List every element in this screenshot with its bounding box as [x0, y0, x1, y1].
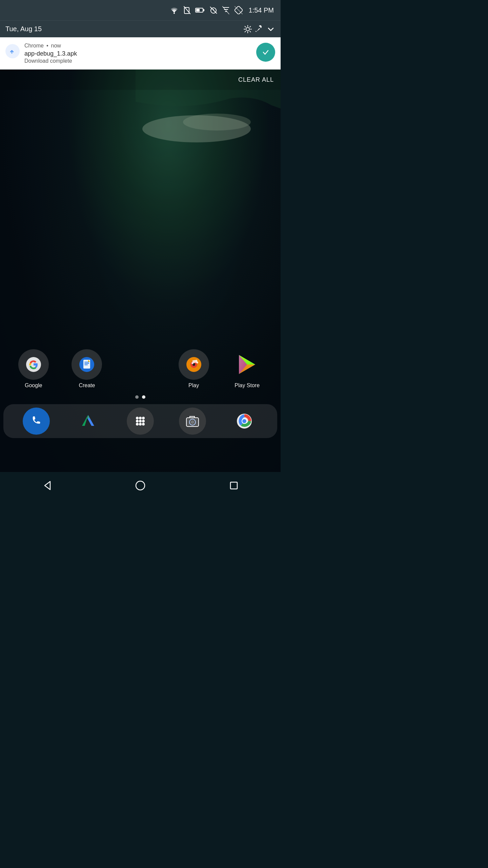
svg-point-48	[139, 423, 142, 426]
playstore-label: Play Store	[235, 382, 260, 389]
app-play[interactable]: Play	[174, 349, 214, 389]
app-dock	[3, 404, 277, 438]
filter-off-icon	[222, 6, 230, 14]
svg-point-46	[142, 420, 145, 422]
dock-drive[interactable]	[75, 408, 102, 435]
clear-all-button[interactable]: CLEAR ALL	[238, 76, 274, 83]
svg-rect-59	[230, 482, 237, 489]
status-bar: 1:54 PM	[0, 0, 281, 20]
nav-bar	[0, 472, 281, 499]
wrench-icon[interactable]	[256, 25, 263, 34]
svg-point-56	[242, 419, 246, 423]
app-playstore[interactable]: Play Store	[227, 349, 267, 389]
home-screen: Google Create	[0, 349, 281, 438]
svg-point-47	[136, 423, 139, 426]
date-display: Tue, Aug 15	[5, 25, 243, 33]
svg-point-41	[136, 417, 139, 419]
nav-back-button[interactable]	[41, 480, 52, 491]
notification-sep: •	[46, 43, 48, 49]
notification-app: Chrome	[24, 43, 44, 49]
dot-2	[142, 395, 145, 399]
play-label: Play	[188, 382, 199, 389]
notification-date-bar: Tue, Aug 15	[0, 20, 281, 37]
screen-rotate-icon	[235, 6, 243, 14]
app-create[interactable]: Create	[66, 349, 107, 389]
svg-point-44	[136, 420, 139, 422]
chrome-notification-icon	[5, 44, 20, 58]
svg-rect-24	[84, 363, 89, 364]
svg-point-49	[142, 423, 145, 426]
svg-marker-40	[86, 415, 90, 418]
settings-icon[interactable]	[243, 25, 252, 34]
notification-card[interactable]: Chrome • now app-debug_1.3.apk Download …	[0, 37, 281, 70]
notification-filename: app-debug_1.3.apk	[24, 50, 251, 57]
svg-rect-8	[203, 9, 204, 11]
svg-point-58	[136, 481, 145, 490]
dock-camera[interactable]	[179, 408, 206, 435]
dock-apps[interactable]	[127, 408, 154, 435]
svg-point-30	[191, 362, 194, 364]
no-alarm-icon	[209, 6, 218, 14]
nav-home-button[interactable]	[135, 480, 146, 491]
dot-1	[135, 395, 139, 399]
google-label: Google	[25, 382, 42, 389]
notification-content: Chrome • now app-debug_1.3.apk Download …	[24, 43, 251, 64]
notification-time: now	[51, 43, 61, 49]
svg-marker-57	[45, 481, 50, 490]
dock-phone[interactable]	[23, 408, 50, 435]
status-time: 1:54 PM	[249, 6, 274, 14]
svg-rect-4	[184, 7, 189, 14]
svg-rect-7	[196, 9, 200, 12]
create-label: Create	[79, 382, 95, 389]
clear-all-bar[interactable]: CLEAR ALL	[0, 70, 281, 90]
svg-point-18	[246, 27, 249, 31]
svg-point-31	[196, 361, 198, 363]
svg-rect-25	[84, 364, 88, 365]
notification-action-button[interactable]	[256, 43, 275, 62]
nav-recent-button[interactable]	[228, 480, 239, 491]
app-google[interactable]: Google	[13, 349, 54, 389]
svg-line-17	[235, 6, 243, 14]
app-row: Google Create	[0, 349, 281, 389]
svg-point-52	[191, 420, 194, 424]
dock-chrome[interactable]	[231, 408, 258, 435]
wifi-icon	[169, 6, 179, 14]
svg-point-42	[139, 417, 142, 419]
svg-point-3	[174, 13, 175, 14]
expand-icon[interactable]	[266, 25, 275, 34]
svg-rect-23	[84, 362, 89, 362]
notification-status: Download complete	[24, 58, 251, 64]
svg-point-2	[183, 114, 251, 131]
page-dots	[0, 395, 281, 399]
battery-icon	[195, 7, 205, 13]
svg-point-43	[142, 417, 145, 419]
no-sim-icon	[184, 6, 190, 14]
svg-point-45	[139, 420, 142, 422]
